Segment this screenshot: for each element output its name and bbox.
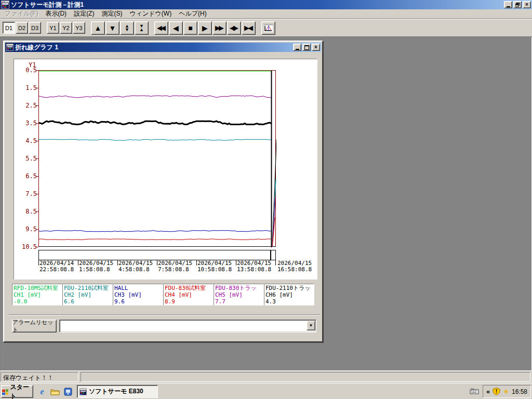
- display-d2-button[interactable]: D2: [16, 22, 28, 34]
- x-tick-label: 2026/04/1510:58:08.8: [197, 260, 238, 273]
- y-tick-label: 5.5: [14, 155, 37, 162]
- alarm-combobox-value[interactable]: [59, 320, 316, 332]
- y-tick-label: 4.5: [14, 138, 37, 144]
- compress-vertical-icon: ▼▲: [139, 24, 144, 32]
- jump-end-button[interactable]: ▶▶: [212, 21, 227, 35]
- y-tick-mark: [36, 194, 38, 194]
- y-tick-label: 8.5: [14, 208, 37, 215]
- graph-icon: [264, 24, 273, 32]
- down-arrow-icon: ▼: [109, 24, 116, 32]
- expand-horizontal-button[interactable]: ◀▶: [227, 21, 241, 35]
- x-tick-mark: [117, 260, 118, 265]
- y-tick-mark: [36, 88, 38, 88]
- keyboard-tray-icon[interactable]: [470, 388, 479, 396]
- step-right-button[interactable]: ▶: [198, 21, 212, 35]
- stop-icon: ■: [188, 24, 192, 32]
- quicklaunch-ie[interactable]: e: [36, 386, 48, 397]
- y-tick-mark: [36, 247, 38, 247]
- step-left-button[interactable]: ◀: [169, 21, 183, 35]
- y-tick-mark: [36, 123, 38, 124]
- quicklaunch-desktop[interactable]: [62, 386, 74, 397]
- legend-cell-ch5: FDU-830トラッCH5 [mV]7.7: [214, 284, 264, 305]
- graph-close-button[interactable]: ×: [312, 44, 320, 51]
- axis-y1-button[interactable]: Y1: [47, 22, 59, 34]
- double-left-icon: ◀◀: [157, 24, 164, 32]
- up-arrow-icon: ▲: [95, 24, 102, 32]
- svg-text:!: !: [496, 389, 497, 394]
- channel-legend: RFD-10MS試料室CH1 [mV]-0.0 FDU-2110試料室CH2 […: [12, 284, 314, 305]
- start-button[interactable]: スタート: [1, 385, 33, 398]
- star-tray-icon[interactable]: ★: [503, 388, 509, 395]
- security-shield-icon[interactable]: !: [493, 388, 500, 395]
- axis-y2-button[interactable]: Y2: [60, 22, 72, 34]
- expand-vertical-button[interactable]: ▲▼: [120, 21, 134, 35]
- minimize-button[interactable]: [504, 1, 512, 8]
- legend-cell-ch2: FDU-2110試料室CH2 [mV]6.6: [62, 284, 113, 305]
- y-tick-label: 2.5: [14, 102, 37, 109]
- menu-view[interactable]: 表示(D): [42, 9, 70, 19]
- separator: [8, 314, 320, 315]
- y-tick-mark: [36, 229, 38, 230]
- windows-logo-icon: [2, 388, 8, 395]
- double-right-icon: ▶▶: [215, 24, 222, 32]
- line-graph-window: 折れ線グラフ 1 × Y1 0.5 1.5 2.5 3.5 4.5 5.5 6.…: [3, 41, 323, 342]
- graph-setup-button[interactable]: [261, 21, 275, 35]
- x-tick-mark: [157, 260, 157, 265]
- graph-window-titlebar[interactable]: 折れ線グラフ 1 ×: [5, 43, 321, 52]
- jump-start-button[interactable]: ◀◀: [154, 21, 168, 35]
- combobox-dropdown-button[interactable]: ▼: [307, 321, 315, 330]
- restore-button[interactable]: [513, 1, 522, 8]
- display-d1-button[interactable]: D1: [3, 22, 15, 34]
- taskbar-item-softthermo[interactable]: ソフトサーモ E830: [77, 385, 158, 398]
- legend-cell-ch6: FDU-2110トラッCH6 [mV]4.3: [264, 284, 314, 305]
- x-tick-mark: [38, 260, 39, 265]
- quicklaunch-folder[interactable]: [49, 386, 61, 397]
- graph-minimize-button[interactable]: [293, 44, 301, 51]
- y-tick-label: 1.5: [14, 85, 37, 91]
- stop-button[interactable]: ■: [183, 21, 197, 35]
- menu-window[interactable]: ウィンドウ(W): [126, 9, 175, 19]
- compress-vertical-button[interactable]: ▼▲: [135, 21, 149, 35]
- taskbar: スタート e ソフトサーモ E830 « ! ★ 16:58: [0, 383, 532, 399]
- desktop: ソフトサーモ計測－計測1 × ファイル(F) 表示(D) 設定(Z) 測定(S)…: [0, 0, 532, 399]
- x-tick-mark: [78, 260, 78, 265]
- alarm-combobox[interactable]: ▼: [59, 320, 316, 332]
- minimize-icon: [507, 6, 510, 7]
- legend-cell-ch3: HALLCH3 [mV]9.6: [113, 284, 163, 305]
- y-tick-label: 3.5: [14, 120, 37, 126]
- taskbar-clock[interactable]: 16:58: [512, 388, 527, 395]
- menu-settings[interactable]: 設定(Z): [70, 9, 98, 19]
- compress-horizontal-button[interactable]: ▶◀: [242, 21, 256, 35]
- plot-area: [38, 70, 276, 247]
- status-bar: 保存ウェイト！！: [0, 371, 532, 383]
- legend-cell-ch4: FDU-830試料室CH4 [mV]8.9: [163, 284, 214, 305]
- app-icon: [1, 1, 9, 9]
- tray-chevron-button[interactable]: «: [486, 388, 490, 395]
- x-tick-mark: [236, 260, 236, 265]
- task-label: ソフトサーモ E830: [89, 387, 143, 396]
- axis-y3-button[interactable]: Y3: [73, 22, 85, 34]
- menu-help[interactable]: ヘルプ(H): [175, 9, 210, 19]
- display-d3-button[interactable]: D3: [29, 22, 41, 34]
- menu-measure[interactable]: 測定(S): [98, 9, 126, 19]
- graph-maximize-button[interactable]: [302, 44, 311, 51]
- scroll-down-button[interactable]: ▼: [105, 21, 119, 35]
- compress-horizontal-icon: ▶◀: [244, 24, 251, 32]
- x-tick-label: 2026/04/157:58:08.8: [158, 260, 198, 273]
- minimize-icon: [296, 49, 299, 50]
- maximize-icon: [304, 45, 309, 50]
- menu-file[interactable]: ファイル(F): [1, 9, 42, 19]
- system-tray: « ! ★ 16:58: [483, 385, 531, 398]
- chart-panel: Y1 0.5 1.5 2.5 3.5 4.5 5.5 6.5 7.5 8.5 9…: [14, 59, 317, 280]
- y-tick-mark: [36, 105, 38, 106]
- x-tick-label: 2026/04/1422:58:08.8: [39, 260, 80, 273]
- graph-window-icon: [6, 44, 14, 51]
- pan-range-box[interactable]: [38, 250, 276, 260]
- alarm-reset-button[interactable]: アラームリセット: [12, 320, 57, 332]
- y-tick-mark: [36, 158, 38, 159]
- x-tick-label: 2026/04/1513:58:08.8: [237, 260, 277, 273]
- main-titlebar[interactable]: ソフトサーモ計測－計測1 ×: [0, 0, 532, 9]
- y-tick-mark: [36, 211, 38, 212]
- close-button[interactable]: ×: [523, 1, 531, 8]
- scroll-up-button[interactable]: ▲: [91, 21, 105, 35]
